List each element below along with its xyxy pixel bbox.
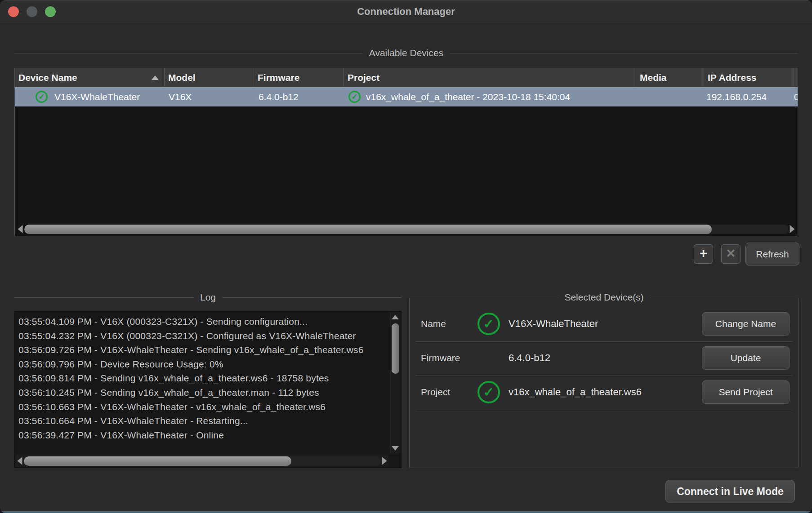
scroll-thumb[interactable] — [392, 323, 399, 374]
divider — [14, 53, 363, 53]
refresh-button[interactable]: Refresh — [745, 243, 799, 265]
cell-project: ✓ v16x_whale_of_a_theater - 2023-10-18 1… — [344, 87, 636, 106]
scroll-right-icon[interactable] — [788, 224, 796, 234]
log-entry: 03:56:10.664 PM - V16X-WhaleTheater - Re… — [18, 414, 387, 428]
selected-devices-panel: Selected Device(s) Name ✓ V16X-WhaleThea… — [409, 298, 799, 468]
log-entry: 03:56:39.427 PM - V16X-WhaleTheater - On… — [18, 428, 387, 442]
scroll-up-icon[interactable] — [390, 312, 401, 322]
cell-firmware: 6.4.0-b12 — [254, 87, 344, 106]
scroll-right-icon[interactable] — [380, 456, 388, 466]
selected-firmware-row: Firmware 6.4.0-b12 Update — [410, 346, 799, 370]
device-row-selected[interactable]: ✓ V16X-WhaleTheater V16X 6.4.0-b12 ✓ v16… — [15, 87, 798, 106]
column-header-device-name[interactable]: Device Name — [15, 68, 165, 87]
firmware-value: 6.4.0-b12 — [509, 352, 550, 364]
project-value: v16x_whale_of_a_theater.ws6 — [509, 386, 642, 398]
selected-project-row: Project ✓ v16x_whale_of_a_theater.ws6 Se… — [410, 380, 799, 404]
devices-table-horizontal-scrollbar[interactable] — [16, 224, 796, 234]
log-entry: 03:56:09.726 PM - V16X-WhaleTheater - Se… — [18, 343, 387, 357]
title-bar: Connection Manager — [0, 0, 812, 23]
name-status-ok-icon: ✓ — [477, 313, 500, 335]
cell-overflow: 0 — [794, 87, 798, 106]
selected-name-row: Name ✓ V16X-WhaleTheater Change Name — [410, 312, 799, 336]
scroll-thumb[interactable] — [24, 456, 291, 466]
devices-table-header: Device Name Model Firmware Project Media… — [15, 68, 798, 87]
available-devices-group-title: Available Devices — [14, 48, 798, 58]
cell-device-name: ✓ V16X-WhaleTheater — [15, 87, 165, 106]
devices-table: Device Name Model Firmware Project Media… — [14, 68, 798, 236]
log-entry: 03:56:09.796 PM - Device Resource Usage:… — [18, 357, 387, 371]
log-vertical-scrollbar[interactable] — [390, 312, 400, 453]
log-entry: 03:56:10.663 PM - V16X-WhaleTheater - v1… — [18, 400, 387, 414]
name-value: V16X-WhaleTheater — [509, 318, 598, 330]
available-devices-label: Available Devices — [369, 48, 443, 58]
send-project-button[interactable]: Send Project — [702, 380, 790, 404]
scroll-down-icon[interactable] — [390, 443, 401, 453]
sort-ascending-icon — [152, 75, 159, 80]
column-header-media[interactable]: Media — [636, 68, 704, 87]
scroll-track[interactable] — [24, 456, 380, 466]
cell-ip-address: 192.168.0.254 — [704, 87, 794, 106]
column-header-project[interactable]: Project — [344, 68, 636, 87]
column-header-ip-address[interactable]: IP Address — [704, 68, 794, 87]
project-ok-icon: ✓ — [348, 91, 361, 103]
connection-manager-window: Connection Manager Available Devices Dev… — [0, 0, 812, 513]
device-online-icon: ✓ — [36, 91, 48, 103]
update-firmware-button[interactable]: Update — [702, 346, 790, 370]
add-device-button[interactable]: + — [694, 244, 713, 264]
window-title: Connection Manager — [0, 0, 812, 23]
divider — [416, 341, 792, 342]
log-entry: 03:56:09.814 PM - Sending v16x_whale_of_… — [18, 371, 387, 385]
log-entry: 03:56:10.245 PM - Sending v16x_whale_of_… — [18, 385, 387, 400]
scroll-thumb[interactable] — [24, 225, 712, 234]
project-status-ok-icon: ✓ — [477, 381, 500, 403]
log-group-title: Log — [14, 292, 402, 303]
divider — [416, 410, 792, 410]
log-entry: 03:55:04.232 PM - V16X (000323-C321X) - … — [18, 329, 387, 343]
log-label: Log — [200, 292, 216, 303]
log-entry: 03:55:04.109 PM - V16X (000323-C321X) - … — [18, 314, 387, 329]
name-label: Name — [421, 318, 446, 329]
divider — [450, 53, 798, 53]
scroll-left-icon[interactable] — [16, 224, 24, 234]
divider — [14, 297, 194, 298]
divider — [416, 376, 792, 376]
column-header-firmware[interactable]: Firmware — [254, 68, 344, 87]
firmware-label: Firmware — [421, 353, 460, 363]
remove-device-button[interactable]: ✕ — [721, 244, 741, 264]
project-label: Project — [421, 387, 450, 398]
log-list: 03:55:04.109 PM - V16X (000323-C321X) - … — [14, 311, 402, 468]
selected-devices-label: Selected Device(s) — [558, 292, 650, 303]
log-horizontal-scrollbar[interactable] — [16, 455, 388, 467]
scroll-left-icon[interactable] — [16, 456, 24, 466]
scroll-track[interactable] — [24, 225, 788, 234]
window-bottom-edge — [0, 511, 812, 513]
cell-model: V16X — [165, 87, 254, 106]
connect-live-mode-button[interactable]: Connect in Live Mode — [665, 480, 795, 503]
change-name-button[interactable]: Change Name — [702, 312, 790, 336]
divider — [222, 297, 402, 298]
column-header-model[interactable]: Model — [165, 68, 254, 87]
log-entries: 03:55:04.109 PM - V16X (000323-C321X) - … — [18, 314, 387, 451]
column-header-overflow — [794, 68, 798, 87]
cell-media — [636, 87, 704, 106]
